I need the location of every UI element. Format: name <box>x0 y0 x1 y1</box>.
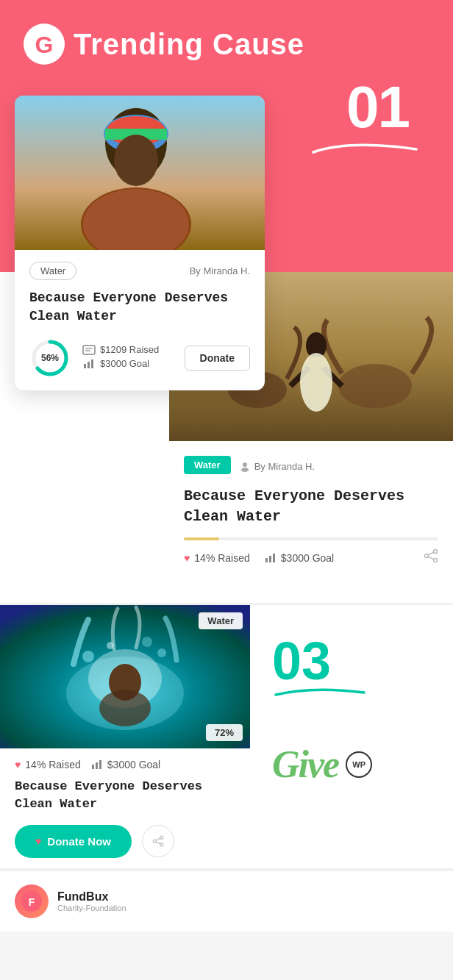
card-2-body: Water By Miranda H. Because Everyone Des… <box>169 441 453 581</box>
donate-now-button[interactable]: ♥ Donate Now <box>15 825 132 858</box>
bar-chart-icon <box>265 553 277 563</box>
goal-icon <box>82 359 96 369</box>
raised-icon <box>82 345 96 355</box>
give-wp-logo-area: Give WP <box>272 743 372 786</box>
card-3-progress-overlay: 72% <box>206 724 243 741</box>
svg-point-27 <box>241 468 249 472</box>
card-2-raised-label: 14% Raised <box>194 552 250 564</box>
header-title: Trending Cause <box>74 28 304 61</box>
card-2-share-button[interactable] <box>424 549 438 566</box>
share-icon-3 <box>152 835 164 847</box>
logo-container: G Trending Cause <box>22 22 304 66</box>
header-section: G Trending Cause 01 <box>0 0 453 272</box>
card-1-author-tag: By Miranda H. <box>190 265 250 276</box>
footer: F FundBux Charity-Foundation <box>0 870 453 931</box>
card-2-progress-bar <box>184 537 438 540</box>
card-1-water-tag: Water <box>29 262 76 280</box>
footer-logo-icon: F <box>15 884 49 918</box>
svg-point-31 <box>434 550 438 554</box>
card-3-goal-label: $3000 Goal <box>107 759 160 770</box>
card-1-footer: 56% $1209 Raised <box>29 337 250 379</box>
svg-rect-30 <box>273 554 275 562</box>
card-3-raised-item: ♥ 14% Raised <box>15 759 81 770</box>
heart-icon: ♥ <box>184 552 190 564</box>
svg-point-48 <box>160 836 163 839</box>
person-icon <box>240 462 250 472</box>
card-3-goal-item: $3000 Goal <box>91 759 160 770</box>
card-3-actions: ♥ Donate Now <box>15 825 235 858</box>
svg-line-51 <box>156 838 160 840</box>
card-3-title: Because Everyone Deserves Clean Water <box>15 778 235 813</box>
bar-chart-icon-3 <box>91 759 103 770</box>
svg-point-26 <box>243 462 247 467</box>
svg-point-40 <box>157 648 166 657</box>
card-3-body: ♥ 14% Raised $3000 Goal Because Everyone… <box>0 748 250 868</box>
card-2-progress-fill <box>184 537 219 540</box>
footer-brand: FundBux <box>57 890 126 904</box>
card-1-progress-label: 56% <box>41 353 59 363</box>
card-3-water-overlay-tag: Water <box>199 612 243 629</box>
card-3-image: Water 72% <box>0 605 250 748</box>
svg-point-33 <box>425 554 429 558</box>
underline-01-icon <box>306 136 424 158</box>
card-1-goal-label: $3000 Goal <box>100 358 149 369</box>
card-3-share-button[interactable] <box>142 825 174 857</box>
card-2-author-tag: By Miranda H. <box>240 461 315 472</box>
number-01: 01 <box>346 74 409 141</box>
svg-rect-29 <box>269 556 271 562</box>
number-03: 03 <box>272 634 331 687</box>
underline-03-icon <box>272 684 368 698</box>
svg-rect-15 <box>84 364 86 368</box>
card-1-progress-circle: 56% <box>29 337 71 379</box>
svg-point-25 <box>300 353 332 412</box>
svg-point-42 <box>142 637 152 647</box>
footer-sub: Charity-Foundation <box>57 904 126 912</box>
svg-rect-12 <box>83 346 95 354</box>
card-1-tags: Water By Miranda H. <box>29 262 250 280</box>
card-2-title: Because Everyone Deserves Clean Water <box>184 486 438 527</box>
card-2-stats: ♥ 14% Raised $3000 Goal <box>184 549 438 566</box>
card-3-raised-label: 14% Raised <box>25 759 81 770</box>
number-03-panel: 03 Give WP <box>250 605 453 868</box>
card-2-goal-item: $3000 Goal <box>265 552 334 564</box>
card-1: Water By Miranda H. Because Everyone Des… <box>15 96 265 390</box>
svg-point-32 <box>434 559 438 562</box>
svg-line-35 <box>428 557 433 559</box>
wp-badge: WP <box>346 751 372 778</box>
svg-point-20 <box>338 364 412 408</box>
svg-rect-16 <box>88 362 90 368</box>
fundbux-logo-icon: F <box>20 890 43 913</box>
card-1-body: Water By Miranda H. Because Everyone Des… <box>15 250 265 390</box>
svg-point-7 <box>114 135 158 186</box>
svg-point-50 <box>153 840 156 843</box>
water-splash-scene: Water 72% <box>0 605 250 748</box>
svg-line-52 <box>156 842 160 844</box>
card-1-stats: $1209 Raised $3000 Goal <box>82 344 173 372</box>
svg-point-44 <box>99 690 151 726</box>
donate-heart-icon: ♥ <box>35 835 41 847</box>
logo-icon: G <box>22 22 66 66</box>
card-1-goal-row: $3000 Goal <box>82 358 173 369</box>
svg-text:G: G <box>35 32 54 58</box>
svg-point-39 <box>82 651 94 662</box>
section-3-row: Water 72% ♥ 14% Raised $3000 Goal <box>0 605 453 868</box>
svg-rect-17 <box>91 360 93 368</box>
card-1-raised-label: $1209 Raised <box>100 344 159 355</box>
heart-icon-3: ♥ <box>15 759 21 770</box>
share-icon <box>424 549 438 562</box>
footer-text: FundBux Charity-Foundation <box>57 890 126 912</box>
card-2-goal-label: $3000 Goal <box>281 552 334 564</box>
svg-rect-46 <box>96 762 98 769</box>
svg-rect-47 <box>99 760 101 769</box>
card-1-portrait <box>15 96 265 250</box>
card-1-title: Because Everyone Deserves Clean Water <box>29 289 250 326</box>
card-1-raised-row: $1209 Raised <box>82 344 173 355</box>
svg-point-49 <box>160 843 163 846</box>
donate-button[interactable]: Donate <box>185 346 250 371</box>
card-2-water-tag: Water <box>184 456 231 474</box>
svg-text:F: F <box>29 895 35 907</box>
card-2-tags: Water By Miranda H. <box>184 456 438 477</box>
card-3-stats-row: ♥ 14% Raised $3000 Goal <box>15 759 235 770</box>
card-3: Water 72% ♥ 14% Raised $3000 Goal <box>0 605 250 868</box>
svg-rect-28 <box>265 558 268 562</box>
